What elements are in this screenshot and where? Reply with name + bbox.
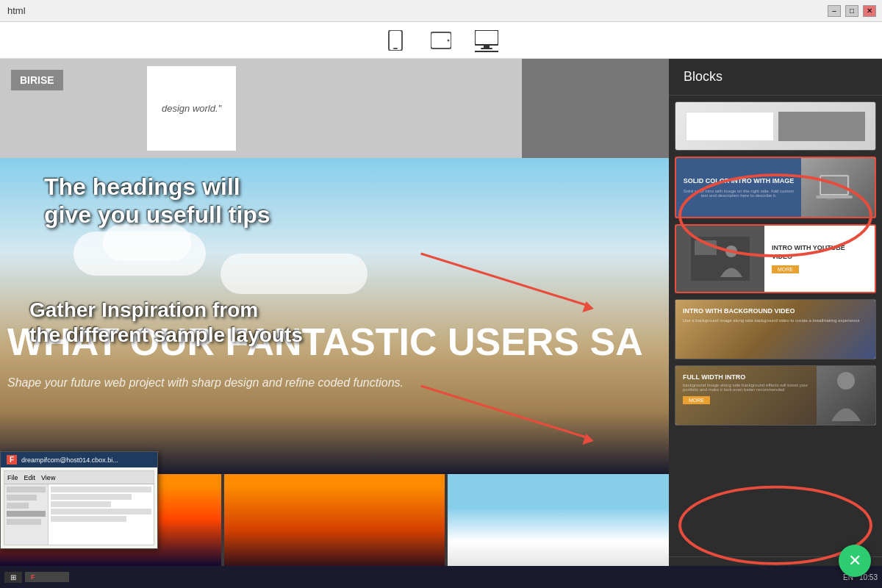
block-solid-color-title: SOLID COLOR INTRO WITH IMAGE bbox=[682, 177, 795, 186]
block-full-width-right bbox=[817, 366, 875, 425]
windows-taskbar: ⊞ F EN 10:53 bbox=[0, 566, 882, 588]
right-panel: Blocks SOLID COLOR INTRO WITH IMAGE S bbox=[669, 59, 882, 588]
block-item-bg-video[interactable]: INTRO WITH BACKGROUND VIDEO Use a backgr… bbox=[675, 299, 876, 359]
window-controls[interactable]: – □ ✕ bbox=[828, 5, 876, 17]
block-solid-color-right bbox=[801, 158, 875, 217]
device-toolbar bbox=[0, 22, 882, 59]
chat-icon: F bbox=[7, 455, 17, 465]
block-bg-video-subtitle: Use a background image along side backgr… bbox=[683, 318, 860, 323]
svg-rect-0 bbox=[389, 30, 402, 51]
block-full-width-image bbox=[817, 366, 875, 425]
taskbar-app-1[interactable]: F bbox=[25, 572, 69, 582]
block-full-width-preview: FULL WIDTH INTRO background image along … bbox=[675, 366, 875, 425]
title-filename: html bbox=[7, 5, 26, 16]
canvas-middle: The headings will give you usefull tips … bbox=[0, 158, 669, 474]
block-bg-video-info: INTRO WITH BACKGROUND VIDEO Use a backgr… bbox=[683, 307, 860, 323]
svg-rect-5 bbox=[484, 45, 490, 48]
blocks-title: Blocks bbox=[684, 69, 723, 84]
laptop-icon bbox=[816, 171, 860, 204]
svg-rect-12 bbox=[821, 176, 847, 194]
canvas-header: BIRISE design world." bbox=[0, 59, 669, 158]
block-youtube-video-preview bbox=[676, 226, 764, 292]
chat-toolbar: File Edit View bbox=[4, 471, 154, 484]
block-solid-color-left: SOLID COLOR INTRO WITH IMAGE Solid color… bbox=[676, 158, 801, 217]
canvas-content: BIRISE design world." The headings will … bbox=[0, 59, 669, 588]
quote-box: design world." bbox=[147, 66, 236, 151]
quote-text: design world." bbox=[162, 103, 221, 114]
svg-marker-10 bbox=[582, 434, 593, 445]
block-full-width-btn[interactable]: MORE bbox=[683, 396, 710, 404]
chat-title: dreampifcom@host014.cbox.bi... bbox=[21, 456, 118, 464]
person-silhouette-icon bbox=[817, 366, 875, 425]
block-item-full-width[interactable]: FULL WIDTH INTRO background image along … bbox=[675, 365, 876, 426]
logo: BIRISE bbox=[11, 70, 63, 90]
chat-body: File Edit View bbox=[1, 467, 157, 548]
block-item-solid-color[interactable]: SOLID COLOR INTRO WITH IMAGE Solid color… bbox=[675, 157, 876, 218]
block-youtube-btn[interactable]: MORE bbox=[772, 265, 799, 273]
block-youtube-thumbnail bbox=[676, 226, 764, 292]
cloud-2 bbox=[103, 224, 191, 261]
block-youtube-preview: INTRO WITH YOUTUBE VIDEO MORE bbox=[676, 226, 875, 292]
start-button[interactable]: ⊞ bbox=[4, 572, 22, 583]
block-bg-video-title: INTRO WITH BACKGROUND VIDEO bbox=[683, 307, 860, 316]
svg-rect-6 bbox=[481, 48, 492, 49]
chat-content bbox=[4, 484, 154, 545]
blocks-list: SOLID COLOR INTRO WITH IMAGE Solid color… bbox=[669, 96, 882, 556]
block-bg-video-preview: INTRO WITH BACKGROUND VIDEO Use a backgr… bbox=[675, 300, 875, 359]
cloud-3 bbox=[220, 254, 368, 294]
svg-rect-13 bbox=[816, 196, 853, 198]
block-item-youtube[interactable]: INTRO WITH YOUTUBE VIDEO MORE bbox=[675, 224, 876, 293]
main-layout: BIRISE design world." The headings will … bbox=[0, 59, 882, 588]
block-youtube-info: INTRO WITH YOUTUBE VIDEO MORE bbox=[764, 226, 875, 292]
block-full-width-title: FULL WIDTH INTRO bbox=[683, 373, 809, 381]
video-thumbnail-icon bbox=[691, 237, 750, 281]
maximize-btn[interactable]: □ bbox=[845, 5, 858, 17]
chat-sidebar bbox=[4, 484, 49, 545]
canvas-area: BIRISE design world." The headings will … bbox=[0, 59, 669, 588]
chat-menu-edit[interactable]: Edit bbox=[24, 474, 36, 481]
block-solid-color-preview: SOLID COLOR INTRO WITH IMAGE Solid color… bbox=[676, 158, 875, 217]
block-bg-video-overlay: INTRO WITH BACKGROUND VIDEO Use a backgr… bbox=[675, 300, 875, 359]
minimize-btn[interactable]: – bbox=[828, 5, 841, 17]
block-item-partial[interactable] bbox=[675, 101, 876, 151]
mobile-device-icon[interactable] bbox=[384, 29, 407, 52]
tablet-device-icon[interactable] bbox=[429, 29, 453, 52]
svg-point-18 bbox=[837, 372, 855, 390]
svg-rect-14 bbox=[827, 198, 834, 200]
taskbar-icon-f: F bbox=[31, 573, 35, 581]
block-solid-color-image bbox=[801, 158, 875, 217]
sub-heading: Shape your future web project with sharp… bbox=[0, 376, 669, 390]
block-partial-preview bbox=[675, 102, 875, 150]
svg-rect-16 bbox=[695, 240, 717, 255]
chat-menu-view[interactable]: View bbox=[41, 474, 55, 481]
fab-close-button[interactable]: ✕ bbox=[839, 545, 871, 577]
chat-menu-file[interactable]: File bbox=[7, 474, 18, 481]
chat-overlay: F dreampifcom@host014.cbox.bi... File Ed… bbox=[0, 451, 158, 549]
svg-line-9 bbox=[421, 386, 587, 437]
chat-main bbox=[49, 484, 154, 545]
svg-point-3 bbox=[448, 39, 450, 41]
svg-rect-1 bbox=[393, 48, 398, 49]
annotation-text-2: Gather Inspiration from the different sa… bbox=[29, 298, 303, 347]
desktop-device-icon[interactable] bbox=[475, 29, 498, 52]
block-full-width-left: FULL WIDTH INTRO background image along … bbox=[675, 366, 817, 425]
svg-point-17 bbox=[725, 245, 737, 257]
title-bar: html – □ ✕ bbox=[0, 0, 882, 22]
close-btn[interactable]: ✕ bbox=[863, 5, 876, 17]
block-youtube-title: INTRO WITH YOUTUBE VIDEO bbox=[772, 244, 867, 261]
block-solid-color-text: Solid color intro with image on the righ… bbox=[682, 189, 795, 198]
header-right-image bbox=[522, 59, 669, 158]
blocks-header: Blocks bbox=[669, 59, 882, 96]
block-full-width-subtitle: background image along side background e… bbox=[683, 383, 809, 392]
annotation-text-1: The headings will give you usefull tips bbox=[44, 173, 270, 229]
chat-body-inner: File Edit View bbox=[4, 470, 154, 545]
svg-rect-4 bbox=[475, 30, 498, 45]
chat-header: F dreampifcom@host014.cbox.bi... bbox=[1, 452, 157, 467]
